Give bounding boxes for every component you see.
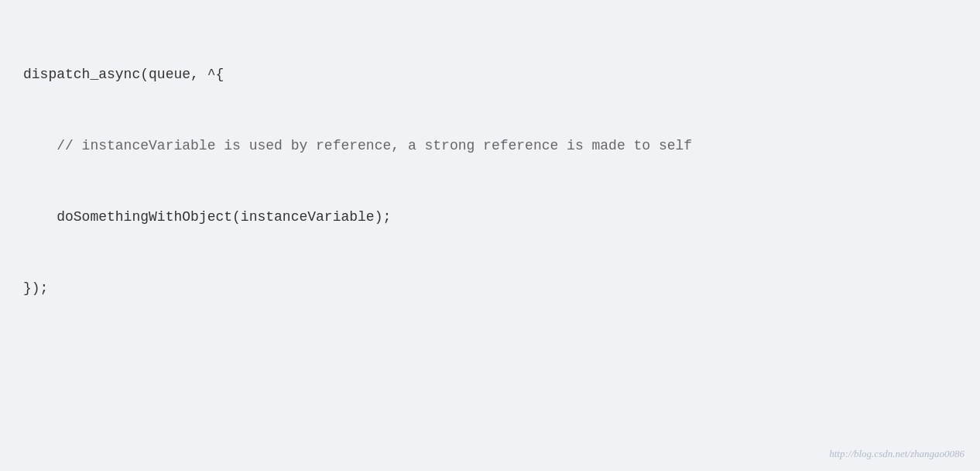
code-line-3: doSomethingWithObject(instanceVariable);: [23, 205, 957, 229]
code-line-6: [23, 418, 957, 442]
code-line-2: // instanceVariable is used by reference…: [23, 134, 957, 158]
code-container: dispatch_async(queue, ^{ // instanceVari…: [0, 0, 980, 471]
code-line-1: dispatch_async(queue, ^{: [23, 63, 957, 87]
code-block: dispatch_async(queue, ^{ // instanceVari…: [23, 15, 957, 471]
code-line-4: });: [23, 277, 957, 301]
watermark: http://blog.csdn.net/zhangao0086: [829, 448, 965, 460]
code-line-5: [23, 347, 957, 371]
